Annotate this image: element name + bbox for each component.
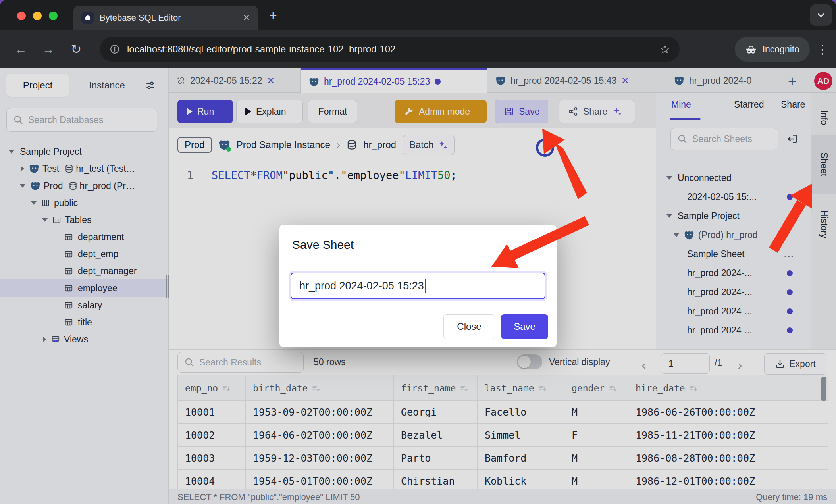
results-search-input[interactable] [199,357,297,368]
tree-node-table[interactable]: department [0,228,168,246]
tree-node-table-employee-selected[interactable]: employee [0,279,168,297]
database-search[interactable] [6,108,157,132]
sort-icon[interactable] [460,384,468,392]
table-row[interactable]: 100041954-05-01T00:00:00ZChirstianKoblic… [178,470,828,489]
new-sheet-button[interactable]: + [788,73,796,90]
browser-tab[interactable]: Bytebase SQL Editor ✕ [73,6,258,30]
sort-icon[interactable] [689,384,698,392]
tab-instance[interactable]: Instance [89,80,125,91]
column-header[interactable]: hire_date [628,375,776,401]
close-tab-icon[interactable]: ✕ [267,75,275,86]
tree-node-prod-db[interactable]: Prod hr_prod (Pr… [0,177,168,194]
tree-node-table[interactable]: dept_emp [0,245,168,263]
caret-down-icon[interactable] [31,201,37,205]
tree-node-table[interactable]: title [0,314,168,331]
caret-down-icon[interactable] [674,233,679,237]
run-button[interactable]: Run [177,100,233,123]
sheet-item[interactable]: hr_prod 2024-... [656,264,811,283]
table-row[interactable]: 100031959-12-03T00:00:00ZPartoBamfordM19… [178,447,828,470]
filter-settings-icon[interactable] [145,80,156,90]
tree-node-tables[interactable]: Tables [0,211,168,229]
zoom-window-button[interactable] [49,12,58,20]
side-tab-sheet[interactable]: Sheet [811,135,836,194]
sheet-tab-1[interactable]: 2024-02-05 15:22 ✕ [169,68,301,93]
forward-button[interactable]: → [38,30,59,68]
caret-right-icon[interactable] [43,337,46,342]
column-header[interactable]: gender [564,375,628,401]
export-button[interactable]: Export [764,353,826,375]
close-dialog-icon[interactable]: ✕ [535,238,544,250]
caret-down-icon[interactable] [20,184,25,188]
tree-node-project[interactable]: Sample Project [0,143,168,160]
batch-button[interactable]: Batch [403,135,455,155]
instance-name[interactable]: Prod Sample Instance [237,139,330,150]
reload-button[interactable]: ↻ [66,30,87,68]
browser-menu-button[interactable]: ⋮ [812,30,833,68]
close-window-button[interactable] [17,12,26,20]
import-sheet-icon[interactable] [786,133,798,145]
caret-down-icon[interactable] [9,150,14,154]
tree-node-table[interactable]: salary [0,296,168,314]
column-header[interactable]: last_name [478,375,564,401]
caret-down-icon[interactable] [42,218,48,222]
caret-right-icon[interactable] [21,166,24,171]
sheets-tab-starred[interactable]: Starred [734,99,764,110]
sheet-tab-2-active[interactable]: hr_prod 2024-02-05 15:23 [301,68,487,93]
close-tab-icon[interactable]: ✕ [621,75,629,86]
sheet-group-unconnected[interactable]: Unconnected [656,168,811,187]
close-tab-icon[interactable]: ✕ [243,13,250,23]
caret-down-icon[interactable] [666,214,672,218]
save-button[interactable]: Save [495,100,548,123]
sheet-search-input[interactable] [692,134,772,144]
back-button[interactable]: ← [10,30,31,68]
user-avatar[interactable]: AD [814,72,832,90]
column-header[interactable]: first_name [394,375,478,401]
tree-node-table[interactable]: dept_manager [0,262,168,280]
vertical-display-toggle[interactable] [517,354,542,369]
table-row[interactable]: 100021964-06-02T00:00:00ZBezalelSimmelF1… [178,424,828,447]
sort-icon[interactable] [312,384,320,392]
results-scrollbar[interactable] [821,377,827,484]
column-header[interactable]: birth_date [246,375,394,401]
table-row[interactable]: 100011953-09-02T00:00:00ZGeorgiFacelloM1… [178,401,828,424]
sheets-tab-mine[interactable]: Mine [671,99,691,110]
database-name[interactable]: hr_prod [363,139,396,150]
sync-ring-icon[interactable] [536,139,554,157]
prev-page-button[interactable]: ‹ [634,354,654,375]
sheet-item[interactable]: hr_prod 2024-... [656,283,811,302]
dialog-close-button[interactable]: Close [443,314,495,339]
sheet-tab-4[interactable]: hr_prod 2024-0 [666,68,779,93]
sheet-group-project[interactable]: Sample Project [656,206,811,225]
more-actions-icon[interactable]: ... [784,248,794,260]
sql-line-1[interactable]: 1 SELECT * FROM "public"."employee" LIMI… [169,166,656,184]
sheet-db-node[interactable]: (Prod) hr_prod [656,225,811,244]
next-page-button[interactable]: › [730,354,750,375]
sheets-tab-share[interactable]: Share [781,99,805,110]
sheet-item[interactable]: 2024-02-05 15:... [656,187,811,206]
bookmark-star-icon[interactable] [660,44,670,54]
sheet-search[interactable] [670,128,778,150]
format-button[interactable]: Format [308,100,357,123]
tree-node-schema-public[interactable]: public [0,194,168,212]
site-info-icon[interactable] [110,44,120,54]
sheet-item[interactable]: hr_prod 2024-... [656,321,811,340]
column-header[interactable]: emp_no [178,375,246,401]
dialog-save-button[interactable]: Save [501,314,548,339]
minimize-window-button[interactable] [33,12,42,20]
page-input[interactable] [661,353,710,374]
share-button[interactable]: Share [559,100,635,123]
sort-icon[interactable] [222,384,231,392]
tree-node-test-db[interactable]: Test hr_test (Test… [0,160,168,177]
sheet-title-input[interactable]: hr_prod 2024-02-05 15:23 [291,273,545,299]
sheet-item[interactable]: hr_prod 2024-... [656,302,811,321]
side-tab-info[interactable]: Info [811,101,836,135]
sheet-tab-3[interactable]: hr_prod 2024-02-05 15:43 ✕ [487,68,666,93]
side-tab-history[interactable]: History [811,194,836,254]
sheet-item-sample[interactable]: Sample Sheet ... [656,244,811,264]
results-search[interactable] [177,352,304,373]
tab-project[interactable]: Project [6,74,69,97]
admin-mode-button[interactable]: Admin mode [395,100,487,123]
explain-button[interactable]: Explain [236,100,303,123]
sort-icon[interactable] [538,384,547,392]
tree-node-views[interactable]: Views [0,331,168,348]
